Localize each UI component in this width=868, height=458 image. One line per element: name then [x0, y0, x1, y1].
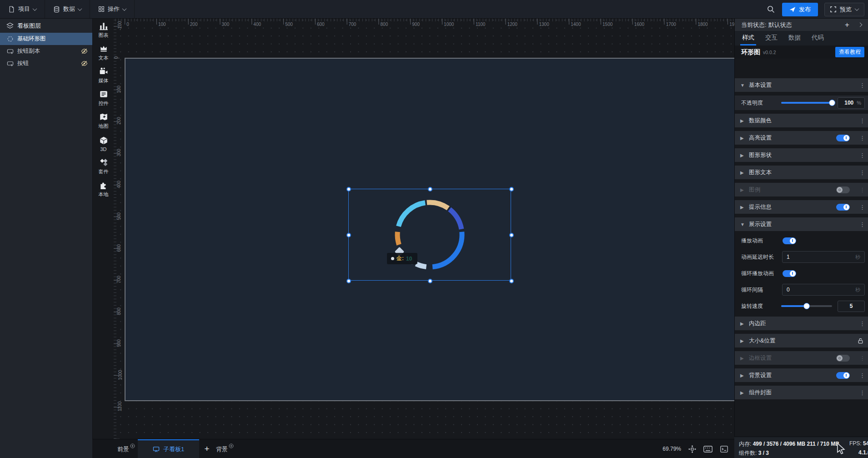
terminal-icon[interactable] [719, 445, 729, 453]
toolbox-item-图表[interactable]: 图表 [93, 19, 114, 41]
slider[interactable] [781, 102, 832, 104]
search-icon[interactable] [766, 5, 776, 14]
state-value[interactable]: 默认状态 [768, 21, 792, 29]
caret-right-icon[interactable]: ▶ [740, 187, 745, 192]
section-基本设置[interactable]: ▼ 基本设置⋮ [735, 78, 868, 92]
zoom-percent[interactable]: 69.79% [662, 446, 681, 452]
value-box[interactable]: 100 % [838, 97, 865, 109]
selection-handle[interactable] [509, 279, 514, 283]
menu-data[interactable]: 数据 [45, 0, 90, 18]
caret-right-icon[interactable]: ▶ [740, 205, 745, 210]
caret-right-icon[interactable]: ▶ [740, 390, 745, 395]
eye-off-icon[interactable] [81, 60, 88, 67]
caret-right-icon[interactable]: ▶ [740, 153, 745, 158]
kebab-menu-icon[interactable]: ⋮ [859, 221, 864, 228]
kebab-menu-icon[interactable]: ⋮ [859, 82, 864, 89]
inspector-tab-代码[interactable]: 代码 [812, 31, 824, 45]
editor-workspace[interactable]: 金: 10 0100200300400500600700800900100011… [114, 19, 734, 439]
chevron-right-icon[interactable] [858, 23, 863, 27]
tab-sub-board-1[interactable]: 子看板1 [138, 439, 199, 458]
caret-right-icon[interactable]: ▶ [740, 136, 745, 141]
layer-item[interactable]: 按钮 [0, 57, 92, 70]
view-tutorial-button[interactable]: 查看教程 [835, 47, 864, 57]
fit-to-screen-icon[interactable] [687, 445, 697, 453]
toggle-switch[interactable] [836, 135, 850, 141]
eye-off-icon[interactable] [81, 48, 88, 55]
add-board-button[interactable]: + [201, 443, 212, 454]
caret-right-icon[interactable]: ▶ [740, 338, 745, 343]
toggle-switch[interactable] [836, 204, 850, 211]
add-state-icon[interactable]: + [845, 20, 849, 30]
plus-circle-icon[interactable] [229, 443, 234, 448]
kebab-menu-icon[interactable]: ⋮ [859, 389, 864, 396]
section-图形文本[interactable]: ▶ 图形文本⋮ [735, 166, 868, 179]
menu-operation[interactable]: 操作 [90, 0, 135, 18]
kebab-menu-icon[interactable]: ⋮ [859, 169, 864, 176]
slider-knob[interactable] [803, 303, 810, 309]
keyboard-shortcuts-icon[interactable] [703, 445, 713, 453]
toggle-switch[interactable] [836, 186, 850, 193]
section-高亮设置[interactable]: ▶ 高亮设置⋮ [735, 131, 868, 145]
caret-down-icon[interactable]: ▼ [740, 83, 745, 88]
section-组件封面[interactable]: ▶ 组件封面⋮ [735, 386, 868, 399]
preview-button[interactable]: 预览 [824, 3, 864, 16]
slider-knob[interactable] [829, 100, 835, 106]
publish-button[interactable]: 发布 [782, 3, 818, 16]
layer-item[interactable]: 按钮副本 [0, 45, 92, 57]
section-边框设置[interactable]: ▶ 边框设置⋮ [735, 351, 868, 365]
kebab-menu-icon[interactable]: ⋮ [859, 372, 864, 379]
toolbox-item-套件[interactable]: 套件 [93, 155, 114, 178]
section-内边距[interactable]: ▶ 内边距⋮ [735, 317, 868, 330]
toolbox-item-文本[interactable]: 文本 [93, 41, 114, 64]
kebab-menu-icon[interactable]: ⋮ [859, 117, 864, 124]
selection-handle[interactable] [509, 233, 514, 237]
toggle-switch[interactable] [783, 270, 796, 277]
toolbox-item-本地[interactable]: 本地 [93, 178, 114, 201]
selection-handle[interactable] [346, 187, 351, 191]
number-input[interactable]: 0 秒 [782, 284, 865, 296]
value-box[interactable]: 5 [838, 301, 865, 312]
number-input[interactable]: 1 秒 [782, 251, 865, 263]
caret-right-icon[interactable]: ▶ [740, 356, 745, 361]
background-button[interactable]: 背景 [216, 445, 234, 453]
inspector-tab-交互[interactable]: 交互 [765, 31, 778, 45]
caret-right-icon[interactable]: ▶ [740, 321, 745, 326]
selection-handle[interactable] [346, 279, 351, 283]
kebab-menu-icon[interactable]: ⋮ [859, 152, 864, 159]
toggle-switch[interactable] [836, 372, 850, 379]
selection-handle[interactable] [509, 187, 514, 191]
caret-down-icon[interactable]: ▼ [740, 222, 745, 227]
section-图形形状[interactable]: ▶ 图形形状⋮ [735, 148, 868, 162]
inspector-tab-数据[interactable]: 数据 [788, 31, 801, 45]
inspector-tab-样式[interactable]: 样式 [742, 31, 754, 45]
kebab-menu-icon[interactable]: ⋮ [859, 355, 864, 362]
slider[interactable] [781, 305, 832, 307]
kebab-menu-icon[interactable]: ⋮ [859, 204, 864, 211]
toolbox-item-3D[interactable]: 3D [93, 132, 114, 155]
toggle-switch[interactable] [783, 237, 796, 244]
toolbox-item-地图[interactable]: 地图 [93, 110, 114, 132]
kebab-menu-icon[interactable]: ⋮ [859, 135, 864, 141]
kebab-menu-icon[interactable]: ⋮ [859, 320, 864, 327]
selection-handle[interactable] [428, 279, 432, 283]
caret-right-icon[interactable]: ▶ [740, 373, 745, 378]
section-展示设置[interactable]: ▼ 展示设置⋮ [735, 217, 868, 231]
layer-item[interactable]: 基础环形图 [0, 33, 92, 45]
section-提示信息[interactable]: ▶ 提示信息⋮ [735, 200, 868, 214]
caret-right-icon[interactable]: ▶ [740, 170, 745, 175]
toolbox-item-控件[interactable]: 控件 [93, 87, 114, 110]
kebab-menu-icon[interactable]: ⋮ [859, 186, 864, 193]
menu-project[interactable]: 项目 [0, 0, 45, 18]
section-大小&位置[interactable]: ▶ 大小&位置 [735, 334, 868, 347]
toggle-switch[interactable] [836, 355, 850, 362]
lock-icon[interactable] [857, 337, 864, 344]
section-图例[interactable]: ▶ 图例⋮ [735, 183, 868, 196]
selection-box[interactable] [348, 189, 511, 281]
caret-right-icon[interactable]: ▶ [740, 118, 745, 123]
section-背景设置[interactable]: ▶ 背景设置⋮ [735, 368, 868, 382]
plus-circle-icon[interactable] [130, 443, 135, 448]
selection-handle[interactable] [346, 233, 351, 237]
foreground-button[interactable]: 前景 [117, 445, 135, 453]
section-数据颜色[interactable]: ▶ 数据颜色⋮ [735, 114, 868, 127]
toolbox-item-媒体[interactable]: 媒体 [93, 64, 114, 87]
